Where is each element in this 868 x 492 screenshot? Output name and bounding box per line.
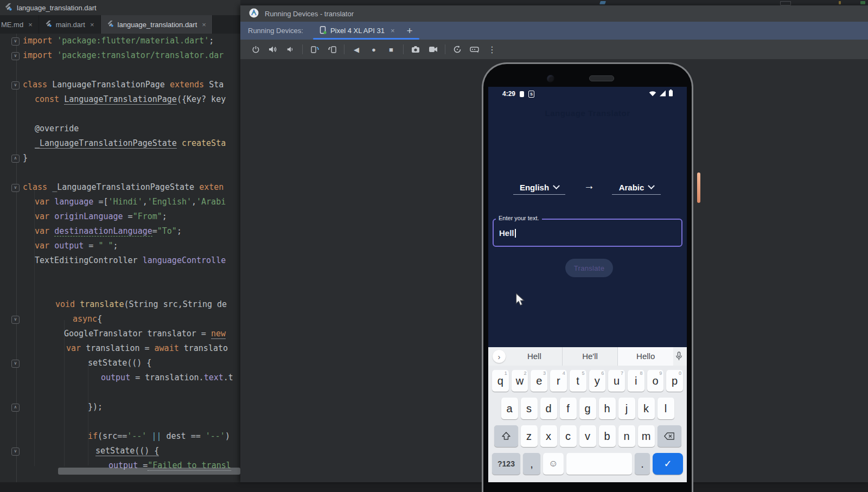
key-t[interactable]: t5 xyxy=(570,370,586,392)
arrow-right-icon: → xyxy=(578,180,600,192)
emoji-key[interactable]: ☺ xyxy=(543,453,564,475)
key-o[interactable]: o9 xyxy=(647,370,664,392)
period-key[interactable]: . xyxy=(635,453,650,475)
shift-key[interactable] xyxy=(494,425,518,447)
bottom-edge-strip xyxy=(0,482,868,492)
top-edge-marks xyxy=(599,1,606,4)
close-icon[interactable]: × xyxy=(28,21,33,29)
text-input-field[interactable] xyxy=(493,219,682,247)
key-i[interactable]: i8 xyxy=(628,370,644,392)
key-z[interactable]: z xyxy=(521,425,538,447)
code-line xyxy=(0,107,240,122)
key-u[interactable]: u7 xyxy=(608,370,625,392)
screenshot-icon[interactable] xyxy=(407,42,424,56)
key-m[interactable]: m xyxy=(638,425,655,447)
phone-device-icon xyxy=(320,26,327,36)
rotate-right-icon[interactable] xyxy=(323,42,341,56)
key-h[interactable]: h xyxy=(599,398,616,419)
more-icon[interactable]: ⋮ xyxy=(483,42,501,56)
fold-open-icon[interactable]: ∨ xyxy=(11,448,20,456)
volume-down-icon[interactable] xyxy=(282,42,299,56)
key-w[interactable]: w2 xyxy=(512,370,528,392)
fold-close-icon[interactable]: ∧ xyxy=(11,155,20,163)
new-tab-button[interactable]: + xyxy=(406,25,412,36)
back-icon[interactable]: ◀ xyxy=(348,42,365,56)
tab-readme[interactable]: ME.md × xyxy=(0,15,39,34)
key-y[interactable]: y6 xyxy=(589,370,606,392)
flutter-file-icon xyxy=(4,3,12,12)
tab-label: language_translation.dart xyxy=(118,21,197,29)
key-e[interactable]: e3 xyxy=(531,370,547,392)
fold-open-icon[interactable]: ∨ xyxy=(11,81,20,90)
suggestion-hell[interactable]: Hell xyxy=(507,347,562,366)
reset-icon[interactable] xyxy=(449,42,466,56)
mic-icon[interactable] xyxy=(675,352,682,361)
code-line: output = translation.text.t xyxy=(0,370,240,385)
fold-close-icon[interactable]: ∧ xyxy=(11,404,20,412)
code-line: var originLanguage ="From"; xyxy=(0,209,240,224)
code-line: GoogleTranslator translator = new xyxy=(0,327,240,341)
home-icon[interactable]: ● xyxy=(365,42,382,56)
key-row-4: ?123 , ☺ . ✓ xyxy=(490,453,685,475)
overview-icon[interactable]: ■ xyxy=(382,42,400,56)
suggestion-hello[interactable]: Hello xyxy=(617,347,673,366)
fold-open-icon[interactable]: ∨ xyxy=(11,52,20,60)
key-r[interactable]: r4 xyxy=(550,370,567,392)
code-line xyxy=(0,268,240,283)
code-line: ∨setState(() { xyxy=(0,356,240,370)
key-b[interactable]: b xyxy=(599,425,616,447)
key-g[interactable]: g xyxy=(579,398,596,419)
comma-key[interactable]: , xyxy=(523,453,540,475)
device-toolbar: ◀ ● ■ ⋮ xyxy=(240,40,868,59)
code-line: ∧}); xyxy=(0,400,240,414)
key-v[interactable]: v xyxy=(579,425,596,447)
snackbar-icon[interactable] xyxy=(466,42,483,56)
editor-tab-bar: ME.md × main.dart × language_translation… xyxy=(0,15,240,34)
power-icon[interactable] xyxy=(247,42,264,56)
enter-key[interactable]: ✓ xyxy=(653,453,683,475)
symbols-key[interactable]: ?123 xyxy=(492,453,520,475)
backspace-key[interactable] xyxy=(658,425,681,447)
fold-open-icon[interactable]: ∨ xyxy=(11,184,20,192)
fold-open-icon[interactable]: ∨ xyxy=(11,360,20,368)
close-icon[interactable]: × xyxy=(391,27,395,35)
key-f[interactable]: f xyxy=(560,398,577,419)
suggestion-hell[interactable]: He'll xyxy=(562,347,618,366)
key-c[interactable]: c xyxy=(560,425,577,447)
key-l[interactable]: l xyxy=(658,398,674,419)
toolbar-separator xyxy=(445,44,445,54)
key-a[interactable]: a xyxy=(501,398,518,419)
key-n[interactable]: n xyxy=(618,425,635,447)
key-p[interactable]: p0 xyxy=(666,370,683,392)
key-x[interactable]: x xyxy=(540,425,557,447)
horizontal-scrollbar[interactable] xyxy=(58,468,240,475)
tab-main-dart[interactable]: main.dart × xyxy=(39,15,101,34)
notification-s-icon: S xyxy=(528,91,534,98)
space-key[interactable] xyxy=(566,453,632,475)
tab-language-translation-dart[interactable]: language_translation.dart × xyxy=(101,15,213,34)
code-line xyxy=(0,385,240,400)
fold-open-icon[interactable]: ∨ xyxy=(11,316,20,324)
volume-up-icon[interactable] xyxy=(264,42,282,56)
screen-record-icon[interactable] xyxy=(424,42,442,56)
code-line: _LanguageTranslationPageState createSta xyxy=(0,136,240,151)
key-k[interactable]: k xyxy=(638,398,655,419)
device-tab-label: Pixel 4 XL API 31 xyxy=(330,27,385,35)
source-language-dropdown[interactable]: English xyxy=(513,181,565,195)
suggestion-expand-icon[interactable]: › xyxy=(493,350,506,363)
key-j[interactable]: j xyxy=(618,398,635,419)
key-q[interactable]: q1 xyxy=(492,370,509,392)
code-line: @override xyxy=(0,122,240,136)
phone-side-button-highlight xyxy=(697,172,700,203)
target-language-dropdown[interactable]: Arabic xyxy=(612,181,661,195)
close-icon[interactable]: × xyxy=(90,21,94,29)
rotate-left-icon[interactable] xyxy=(306,42,323,56)
code-line: var output = " "; xyxy=(0,239,240,253)
close-icon[interactable]: × xyxy=(202,21,206,29)
key-d[interactable]: d xyxy=(540,398,557,419)
fold-open-icon[interactable]: ∨ xyxy=(11,37,20,46)
device-tab-pixel-4-xl[interactable]: Pixel 4 XL API 31 × xyxy=(320,26,395,36)
translate-button[interactable]: Translate xyxy=(565,259,613,277)
code-line: ∨async{ xyxy=(0,312,240,327)
key-s[interactable]: s xyxy=(521,398,538,419)
